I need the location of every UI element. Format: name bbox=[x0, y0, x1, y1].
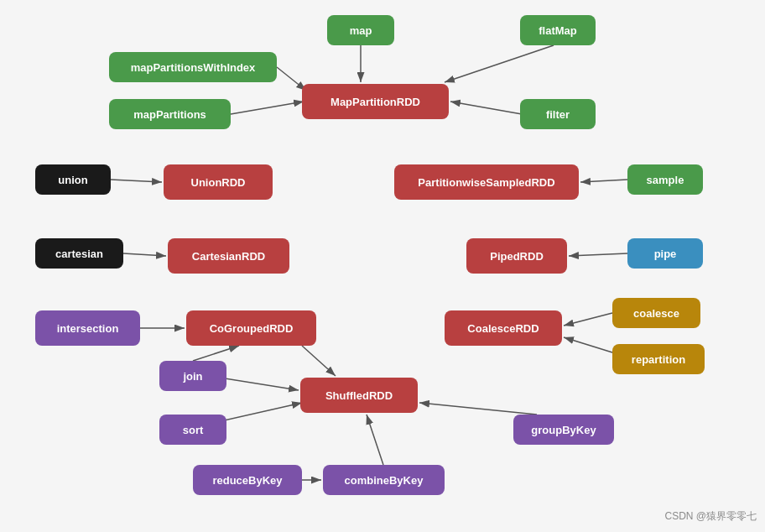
node-pipe: pipe bbox=[627, 238, 703, 269]
svg-line-6 bbox=[111, 180, 162, 182]
node-CartesianRDD: CartesianRDD bbox=[168, 238, 289, 274]
node-flatMap: flatMap bbox=[520, 15, 596, 45]
node-PipedRDD: PipedRDD bbox=[466, 238, 567, 274]
node-ShuffledRDD: ShuffledRDD bbox=[300, 378, 418, 413]
svg-line-9 bbox=[569, 253, 627, 256]
svg-line-7 bbox=[580, 180, 627, 182]
node-PartitionwiseSampledRDD: PartitionwiseSampledRDD bbox=[394, 164, 579, 200]
svg-line-19 bbox=[367, 415, 383, 465]
svg-line-17 bbox=[419, 403, 537, 415]
node-sort: sort bbox=[159, 415, 226, 445]
node-cartesian: cartesian bbox=[35, 238, 123, 269]
node-CoalesceRDD: CoalesceRDD bbox=[445, 310, 562, 346]
svg-line-4 bbox=[231, 102, 304, 114]
diagram: mapflatMapmapPartitionsWithIndexMapParti… bbox=[0, 0, 765, 532]
svg-line-12 bbox=[564, 313, 612, 326]
node-mapPartitions: mapPartitions bbox=[109, 99, 231, 129]
svg-line-13 bbox=[564, 337, 612, 352]
svg-line-14 bbox=[302, 346, 336, 376]
node-mapPartitionsWithIndex: mapPartitionsWithIndex bbox=[109, 52, 277, 82]
svg-line-11 bbox=[193, 346, 239, 361]
node-combineByKey: combineByKey bbox=[323, 465, 445, 495]
node-filter: filter bbox=[520, 99, 596, 129]
node-coalesce: coalesce bbox=[612, 298, 700, 328]
node-CoGroupedRDD: CoGroupedRDD bbox=[186, 310, 316, 346]
node-MapPartitionRDD: MapPartitionRDD bbox=[302, 84, 449, 119]
node-sample: sample bbox=[627, 164, 703, 195]
node-intersection: intersection bbox=[35, 310, 140, 346]
node-join: join bbox=[159, 361, 226, 391]
node-map: map bbox=[327, 15, 394, 45]
svg-line-8 bbox=[123, 253, 166, 256]
svg-line-2 bbox=[445, 45, 554, 82]
node-repartition: repartition bbox=[612, 344, 705, 374]
node-groupByKey: groupByKey bbox=[513, 415, 614, 445]
svg-line-5 bbox=[450, 102, 522, 114]
node-UnionRDD: UnionRDD bbox=[164, 164, 273, 200]
node-reduceByKey: reduceByKey bbox=[193, 465, 302, 495]
node-union: union bbox=[35, 164, 111, 195]
watermark: CSDN @猿界零零七 bbox=[664, 509, 757, 524]
